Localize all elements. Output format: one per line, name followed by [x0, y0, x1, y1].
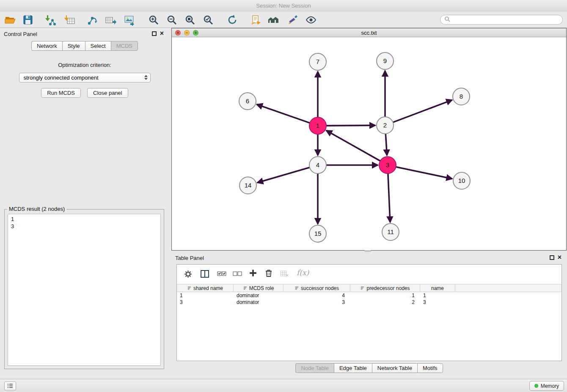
graph-edge-1-2[interactable] — [326, 125, 375, 126]
list-icon — [7, 384, 13, 388]
column-header-successor-nodes[interactable]: successor nodes — [284, 284, 350, 292]
graph-node-14[interactable]: 14 — [239, 177, 256, 194]
graph-node-2[interactable]: 2 — [377, 117, 394, 134]
select-all-columns-icon[interactable] — [217, 270, 226, 277]
table-row[interactable]: 1dominator411 — [177, 292, 561, 299]
svg-text:8: 8 — [460, 93, 463, 100]
graph-edge-4-14[interactable] — [257, 168, 310, 183]
task-history-button[interactable] — [4, 381, 16, 390]
svg-text:7: 7 — [316, 58, 319, 65]
graph-node-6[interactable]: 6 — [239, 93, 256, 110]
apply-style-icon[interactable] — [250, 14, 262, 26]
close-panel-button[interactable]: Close panel — [87, 88, 128, 98]
save-session-icon[interactable] — [22, 14, 34, 26]
graph-edge-3-10[interactable] — [396, 167, 452, 179]
refresh-layout-icon[interactable] — [226, 14, 238, 26]
graph-edge-3-11[interactable] — [388, 174, 390, 222]
function-builder-icon: f(x) — [297, 268, 309, 277]
graph-edge-2-8[interactable] — [393, 100, 452, 122]
export-image-icon[interactable] — [123, 14, 135, 26]
search-field[interactable] — [440, 15, 563, 25]
graph-node-1[interactable]: 1 — [309, 117, 326, 134]
mcds-result-list: 13 — [8, 214, 161, 366]
run-mcds-button[interactable]: Run MCDS — [41, 88, 81, 98]
svg-text:1: 1 — [316, 122, 319, 129]
memory-button[interactable]: Memory — [529, 381, 564, 391]
application-window: Session: New Session — [0, 0, 567, 392]
column-header-mcds-role[interactable]: MCDS role — [234, 284, 284, 292]
table-panel-title: Table Panel — [175, 255, 204, 261]
graph-node-8[interactable]: 8 — [453, 88, 470, 105]
table-cell: dominator — [234, 293, 284, 298]
close-panel-icon[interactable]: × — [160, 29, 164, 38]
graph-node-9[interactable]: 9 — [377, 52, 394, 69]
float-table-panel-icon[interactable] — [550, 255, 554, 260]
tab-network-table[interactable]: Network Table — [372, 363, 417, 373]
table-cell: 1 — [177, 293, 234, 298]
graph-node-7[interactable]: 7 — [309, 53, 326, 70]
memory-indicator — [534, 384, 538, 388]
network-canvas[interactable]: 7968124314101511 — [172, 37, 566, 250]
graph-node-11[interactable]: 11 — [382, 224, 399, 240]
mcds-result-line: 3 — [11, 223, 157, 230]
graph-node-10[interactable]: 10 — [453, 172, 470, 189]
window-minimize-icon[interactable]: − — [184, 30, 190, 36]
main-toolbar — [0, 12, 567, 28]
tab-edge-table[interactable]: Edge Table — [334, 363, 372, 373]
export-network-icon[interactable] — [86, 14, 98, 26]
graph-node-4[interactable]: 4 — [309, 157, 326, 174]
tab-mcds[interactable]: MCDS — [111, 41, 138, 51]
graph-edge-3-1[interactable] — [326, 130, 380, 161]
table-cell: 4 — [284, 293, 350, 298]
create-column-icon[interactable] — [249, 269, 257, 277]
show-columns-icon[interactable] — [201, 270, 209, 278]
zoom-selected-icon[interactable] — [202, 14, 214, 26]
graph-node-15[interactable]: 15 — [309, 225, 326, 242]
zoom-in-icon[interactable] — [148, 14, 160, 26]
tab-style[interactable]: Style — [62, 41, 85, 51]
status-bar: Memory — [0, 379, 567, 392]
table-cell: 3 — [284, 299, 350, 305]
import-network-icon[interactable] — [44, 14, 56, 26]
search-input[interactable] — [452, 16, 559, 23]
svg-text:14: 14 — [245, 182, 252, 189]
float-panel-icon[interactable] — [152, 31, 157, 36]
network-overview-icon[interactable] — [267, 14, 279, 26]
node-table: f(x) shared name MCDS role successor nod… — [176, 264, 562, 361]
zoom-fit-icon[interactable] — [184, 14, 196, 26]
column-header-name[interactable]: name — [420, 284, 455, 292]
svg-text:9: 9 — [383, 57, 387, 64]
table-row[interactable]: 3dominator323 — [177, 299, 561, 306]
network-window-title-bar: × − + scc.txt — [172, 28, 566, 37]
column-sort-icon — [243, 286, 248, 290]
window-close-icon[interactable]: × — [175, 30, 181, 36]
export-table-icon[interactable] — [105, 14, 116, 26]
search-icon — [444, 16, 450, 24]
annotation-icon[interactable] — [287, 14, 299, 26]
dropdown-stepper-icon — [144, 75, 148, 80]
table-cell: 2 — [350, 299, 420, 305]
close-table-panel-icon[interactable]: × — [558, 253, 561, 262]
graph-edge-2-3[interactable] — [385, 134, 387, 155]
criterion-dropdown[interactable]: strongly connected component — [19, 73, 151, 83]
unselect-all-columns-icon[interactable] — [233, 270, 242, 277]
graph-node-3[interactable]: 3 — [379, 157, 396, 174]
tab-node-table[interactable]: Node Table — [295, 363, 334, 373]
tab-network[interactable]: Network — [31, 41, 62, 51]
criterion-dropdown-value: strongly connected component — [24, 75, 99, 81]
zoom-out-icon[interactable] — [166, 14, 178, 26]
delete-table-icon-disabled — [280, 270, 289, 277]
graph-edge-1-6[interactable] — [257, 105, 310, 123]
svg-text:10: 10 — [458, 177, 465, 184]
tab-motifs[interactable]: Motifs — [417, 363, 443, 373]
column-header-shared-name[interactable]: shared name — [177, 284, 234, 292]
column-header-predecessor-nodes[interactable]: predecessor nodes — [350, 284, 420, 292]
import-table-icon[interactable] — [63, 14, 75, 26]
table-settings-gear-icon[interactable] — [184, 270, 192, 278]
show-hide-icon[interactable] — [305, 14, 317, 26]
window-zoom-icon[interactable]: + — [193, 30, 198, 36]
delete-column-icon[interactable] — [265, 269, 272, 277]
open-session-icon[interactable] — [4, 14, 16, 26]
svg-text:6: 6 — [246, 97, 249, 105]
tab-select[interactable]: Select — [85, 41, 111, 51]
